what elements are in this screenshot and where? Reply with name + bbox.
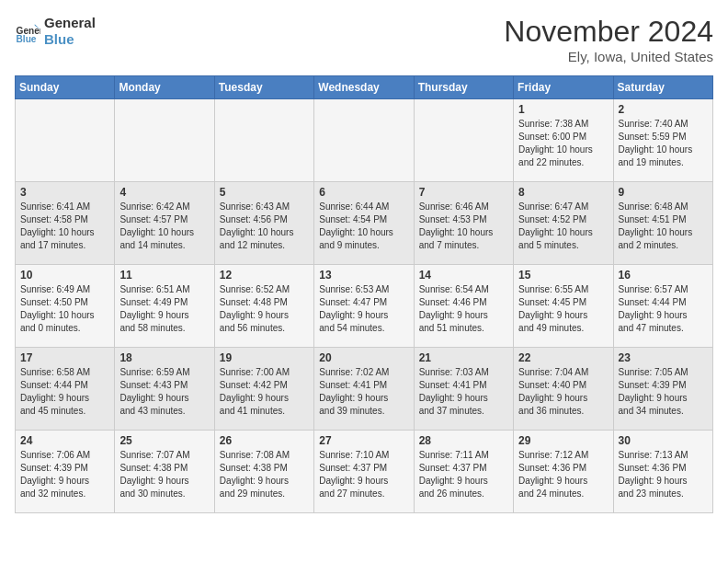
day-info: Sunrise: 6:46 AM Sunset: 4:53 PM Dayligh… bbox=[419, 201, 508, 252]
calendar-cell: 26Sunrise: 7:08 AM Sunset: 4:38 PM Dayli… bbox=[214, 431, 313, 513]
week-row-2: 3Sunrise: 6:41 AM Sunset: 4:58 PM Daylig… bbox=[16, 182, 713, 265]
logo-icon: General Blue bbox=[15, 18, 40, 44]
calendar-cell: 14Sunrise: 6:54 AM Sunset: 4:46 PM Dayli… bbox=[414, 265, 513, 348]
week-row-3: 10Sunrise: 6:49 AM Sunset: 4:50 PM Dayli… bbox=[16, 265, 713, 348]
day-number: 14 bbox=[419, 269, 508, 282]
month-title: November 2024 bbox=[504, 15, 713, 49]
calendar-cell: 25Sunrise: 7:07 AM Sunset: 4:38 PM Dayli… bbox=[115, 431, 214, 513]
day-info: Sunrise: 6:41 AM Sunset: 4:58 PM Dayligh… bbox=[20, 201, 109, 252]
day-number: 7 bbox=[419, 186, 508, 199]
day-number: 27 bbox=[319, 434, 408, 447]
day-info: Sunrise: 6:48 AM Sunset: 4:51 PM Dayligh… bbox=[619, 201, 708, 252]
calendar-cell: 11Sunrise: 6:51 AM Sunset: 4:49 PM Dayli… bbox=[115, 265, 214, 348]
calendar-cell: 23Sunrise: 7:05 AM Sunset: 4:39 PM Dayli… bbox=[613, 348, 712, 431]
calendar-cell: 24Sunrise: 7:06 AM Sunset: 4:39 PM Dayli… bbox=[16, 431, 115, 513]
svg-text:Blue: Blue bbox=[17, 34, 37, 44]
day-number: 2 bbox=[619, 103, 708, 116]
calendar-cell: 8Sunrise: 6:47 AM Sunset: 4:52 PM Daylig… bbox=[514, 182, 613, 265]
calendar-cell: 3Sunrise: 6:41 AM Sunset: 4:58 PM Daylig… bbox=[16, 182, 115, 265]
page-header: General Blue General Blue November 2024 … bbox=[15, 15, 713, 64]
calendar-cell: 10Sunrise: 6:49 AM Sunset: 4:50 PM Dayli… bbox=[16, 265, 115, 348]
day-info: Sunrise: 7:02 AM Sunset: 4:41 PM Dayligh… bbox=[319, 366, 408, 418]
day-info: Sunrise: 6:58 AM Sunset: 4:44 PM Dayligh… bbox=[20, 366, 109, 418]
day-info: Sunrise: 6:42 AM Sunset: 4:57 PM Dayligh… bbox=[119, 201, 209, 252]
calendar-cell: 6Sunrise: 6:44 AM Sunset: 4:54 PM Daylig… bbox=[314, 182, 414, 265]
day-number: 6 bbox=[319, 186, 408, 199]
week-row-1: 1Sunrise: 7:38 AM Sunset: 6:00 PM Daylig… bbox=[16, 99, 713, 182]
title-block: November 2024 Ely, Iowa, United States bbox=[504, 15, 713, 64]
day-info: Sunrise: 7:11 AM Sunset: 4:37 PM Dayligh… bbox=[419, 449, 508, 500]
calendar-cell: 13Sunrise: 6:53 AM Sunset: 4:47 PM Dayli… bbox=[314, 265, 414, 348]
day-info: Sunrise: 6:59 AM Sunset: 4:43 PM Dayligh… bbox=[119, 366, 209, 418]
calendar-cell: 27Sunrise: 7:10 AM Sunset: 4:37 PM Dayli… bbox=[314, 431, 414, 513]
day-info: Sunrise: 7:40 AM Sunset: 5:59 PM Dayligh… bbox=[619, 118, 708, 169]
day-info: Sunrise: 7:12 AM Sunset: 4:36 PM Dayligh… bbox=[518, 449, 608, 500]
day-number: 20 bbox=[319, 351, 408, 364]
day-number: 24 bbox=[20, 434, 109, 447]
weekday-header-tuesday: Tuesday bbox=[214, 76, 313, 99]
calendar-cell: 12Sunrise: 6:52 AM Sunset: 4:48 PM Dayli… bbox=[214, 265, 313, 348]
day-info: Sunrise: 6:51 AM Sunset: 4:49 PM Dayligh… bbox=[119, 283, 209, 335]
day-info: Sunrise: 6:55 AM Sunset: 4:45 PM Dayligh… bbox=[518, 283, 608, 335]
weekday-header-wednesday: Wednesday bbox=[314, 76, 414, 99]
day-number: 13 bbox=[319, 269, 408, 282]
calendar-cell: 22Sunrise: 7:04 AM Sunset: 4:40 PM Dayli… bbox=[514, 348, 613, 431]
logo: General Blue General Blue bbox=[15, 15, 96, 48]
calendar-cell: 17Sunrise: 6:58 AM Sunset: 4:44 PM Dayli… bbox=[16, 348, 115, 431]
day-info: Sunrise: 6:52 AM Sunset: 4:48 PM Dayligh… bbox=[220, 283, 309, 335]
day-info: Sunrise: 6:44 AM Sunset: 4:54 PM Dayligh… bbox=[319, 201, 408, 252]
week-row-4: 17Sunrise: 6:58 AM Sunset: 4:44 PM Dayli… bbox=[16, 348, 713, 431]
day-info: Sunrise: 6:49 AM Sunset: 4:50 PM Dayligh… bbox=[20, 283, 109, 335]
day-number: 19 bbox=[220, 351, 309, 364]
day-info: Sunrise: 7:00 AM Sunset: 4:42 PM Dayligh… bbox=[220, 366, 309, 418]
calendar-cell: 19Sunrise: 7:00 AM Sunset: 4:42 PM Dayli… bbox=[214, 348, 313, 431]
day-number: 4 bbox=[119, 186, 209, 199]
day-number: 28 bbox=[419, 434, 508, 447]
calendar-cell bbox=[16, 99, 115, 182]
day-number: 11 bbox=[119, 269, 209, 282]
day-number: 17 bbox=[20, 351, 109, 364]
day-number: 30 bbox=[619, 434, 708, 447]
day-number: 15 bbox=[518, 269, 608, 282]
calendar-cell: 21Sunrise: 7:03 AM Sunset: 4:41 PM Dayli… bbox=[414, 348, 513, 431]
day-info: Sunrise: 6:57 AM Sunset: 4:44 PM Dayligh… bbox=[619, 283, 708, 335]
day-info: Sunrise: 7:38 AM Sunset: 6:00 PM Dayligh… bbox=[518, 118, 608, 169]
calendar-cell: 2Sunrise: 7:40 AM Sunset: 5:59 PM Daylig… bbox=[613, 99, 712, 182]
calendar-cell: 16Sunrise: 6:57 AM Sunset: 4:44 PM Dayli… bbox=[613, 265, 712, 348]
day-number: 29 bbox=[518, 434, 608, 447]
logo-text-blue: Blue bbox=[44, 31, 96, 48]
day-info: Sunrise: 7:08 AM Sunset: 4:38 PM Dayligh… bbox=[220, 449, 309, 500]
logo-text-general: General bbox=[44, 15, 96, 31]
calendar-cell: 1Sunrise: 7:38 AM Sunset: 6:00 PM Daylig… bbox=[514, 99, 613, 182]
day-number: 10 bbox=[20, 269, 109, 282]
calendar-cell: 30Sunrise: 7:13 AM Sunset: 4:36 PM Dayli… bbox=[613, 431, 712, 513]
day-info: Sunrise: 7:05 AM Sunset: 4:39 PM Dayligh… bbox=[619, 366, 708, 418]
day-number: 21 bbox=[419, 351, 508, 364]
day-info: Sunrise: 7:06 AM Sunset: 4:39 PM Dayligh… bbox=[20, 449, 109, 500]
calendar-cell: 4Sunrise: 6:42 AM Sunset: 4:57 PM Daylig… bbox=[115, 182, 214, 265]
day-info: Sunrise: 7:13 AM Sunset: 4:36 PM Dayligh… bbox=[619, 449, 708, 500]
calendar-cell bbox=[115, 99, 214, 182]
calendar-cell: 5Sunrise: 6:43 AM Sunset: 4:56 PM Daylig… bbox=[214, 182, 313, 265]
day-number: 25 bbox=[119, 434, 209, 447]
day-info: Sunrise: 6:47 AM Sunset: 4:52 PM Dayligh… bbox=[518, 201, 608, 252]
day-number: 9 bbox=[619, 186, 708, 199]
calendar-cell: 18Sunrise: 6:59 AM Sunset: 4:43 PM Dayli… bbox=[115, 348, 214, 431]
weekday-header-friday: Friday bbox=[514, 76, 613, 99]
day-info: Sunrise: 7:04 AM Sunset: 4:40 PM Dayligh… bbox=[518, 366, 608, 418]
week-row-5: 24Sunrise: 7:06 AM Sunset: 4:39 PM Dayli… bbox=[16, 431, 713, 513]
day-number: 8 bbox=[518, 186, 608, 199]
day-info: Sunrise: 6:43 AM Sunset: 4:56 PM Dayligh… bbox=[220, 201, 309, 252]
day-info: Sunrise: 6:54 AM Sunset: 4:46 PM Dayligh… bbox=[419, 283, 508, 335]
weekday-header-sunday: Sunday bbox=[16, 76, 115, 99]
calendar-cell bbox=[314, 99, 414, 182]
calendar-cell: 15Sunrise: 6:55 AM Sunset: 4:45 PM Dayli… bbox=[514, 265, 613, 348]
calendar-cell: 29Sunrise: 7:12 AM Sunset: 4:36 PM Dayli… bbox=[514, 431, 613, 513]
calendar-cell: 28Sunrise: 7:11 AM Sunset: 4:37 PM Dayli… bbox=[414, 431, 513, 513]
calendar-table: SundayMondayTuesdayWednesdayThursdayFrid… bbox=[15, 75, 713, 513]
weekday-header-row: SundayMondayTuesdayWednesdayThursdayFrid… bbox=[16, 76, 713, 99]
day-number: 3 bbox=[20, 186, 109, 199]
day-number: 18 bbox=[119, 351, 209, 364]
day-number: 5 bbox=[220, 186, 309, 199]
day-number: 22 bbox=[518, 351, 608, 364]
